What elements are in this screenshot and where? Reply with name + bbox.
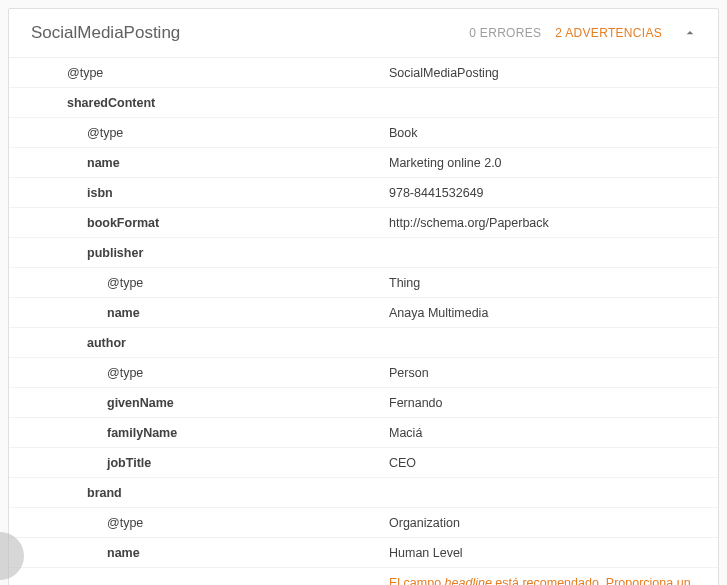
property-value: Thing: [389, 270, 718, 296]
property-value: [389, 247, 718, 259]
property-key: sharedContent: [9, 90, 389, 116]
property-value: Human Level: [389, 540, 718, 566]
property-key: name: [9, 300, 389, 326]
property-value: [389, 487, 718, 499]
property-key: @type: [9, 60, 389, 86]
collapse-toggle[interactable]: [680, 23, 700, 43]
validation-card: SocialMediaPosting 0 ERRORES 2 ADVERTENC…: [8, 8, 719, 585]
chevron-up-icon: [682, 25, 698, 41]
property-key: jobTitle: [9, 450, 389, 476]
warnings-count: 2 ADVERTENCIAS: [555, 26, 662, 40]
property-key: name: [9, 540, 389, 566]
property-key: author: [9, 330, 389, 356]
property-key: @type: [9, 360, 389, 386]
property-value: Book: [389, 120, 718, 146]
warning-message: El campo headline está recomendado. Prop…: [389, 574, 718, 585]
warning-row[interactable]: headlineEl campo headline está recomenda…: [9, 568, 718, 585]
property-row[interactable]: isbn978-8441532649: [9, 178, 718, 208]
property-row[interactable]: sharedContent: [9, 88, 718, 118]
errors-count: 0 ERRORES: [469, 26, 541, 40]
property-list: @typeSocialMediaPostingsharedContent@typ…: [9, 58, 718, 568]
property-value: http://schema.org/Paperback: [389, 210, 718, 236]
property-row[interactable]: nameMarketing online 2.0: [9, 148, 718, 178]
property-value: Person: [389, 360, 718, 386]
property-value: Maciá: [389, 420, 718, 446]
property-row[interactable]: @typeSocialMediaPosting: [9, 58, 718, 88]
property-value: [389, 97, 718, 109]
property-row[interactable]: @typeOrganization: [9, 508, 718, 538]
property-key: bookFormat: [9, 210, 389, 236]
property-value: Fernando: [389, 390, 718, 416]
property-key: brand: [9, 480, 389, 506]
property-key: @type: [9, 510, 389, 536]
property-key: name: [9, 150, 389, 176]
property-row[interactable]: familyNameMaciá: [9, 418, 718, 448]
property-row[interactable]: @typeThing: [9, 268, 718, 298]
property-row[interactable]: @typeBook: [9, 118, 718, 148]
property-value: CEO: [389, 450, 718, 476]
property-key: givenName: [9, 390, 389, 416]
property-key: publisher: [9, 240, 389, 266]
property-value: 978-8441532649: [389, 180, 718, 206]
warnings-list: headlineEl campo headline está recomenda…: [9, 568, 718, 585]
property-value: Marketing online 2.0: [389, 150, 718, 176]
property-row[interactable]: author: [9, 328, 718, 358]
property-value: SocialMediaPosting: [389, 60, 718, 86]
property-row[interactable]: nameAnaya Multimedia: [9, 298, 718, 328]
property-row[interactable]: givenNameFernando: [9, 388, 718, 418]
property-value: Organization: [389, 510, 718, 536]
property-value: Anaya Multimedia: [389, 300, 718, 326]
property-row[interactable]: @typePerson: [9, 358, 718, 388]
property-key: @type: [9, 270, 389, 296]
property-row[interactable]: nameHuman Level: [9, 538, 718, 568]
property-row[interactable]: brand: [9, 478, 718, 508]
card-header[interactable]: SocialMediaPosting 0 ERRORES 2 ADVERTENC…: [9, 9, 718, 58]
card-title: SocialMediaPosting: [31, 23, 469, 43]
property-key: isbn: [9, 180, 389, 206]
property-row[interactable]: jobTitleCEO: [9, 448, 718, 478]
property-key: @type: [9, 120, 389, 146]
property-value: [389, 337, 718, 349]
property-key: familyName: [9, 420, 389, 446]
property-row[interactable]: publisher: [9, 238, 718, 268]
property-row[interactable]: bookFormathttp://schema.org/Paperback: [9, 208, 718, 238]
